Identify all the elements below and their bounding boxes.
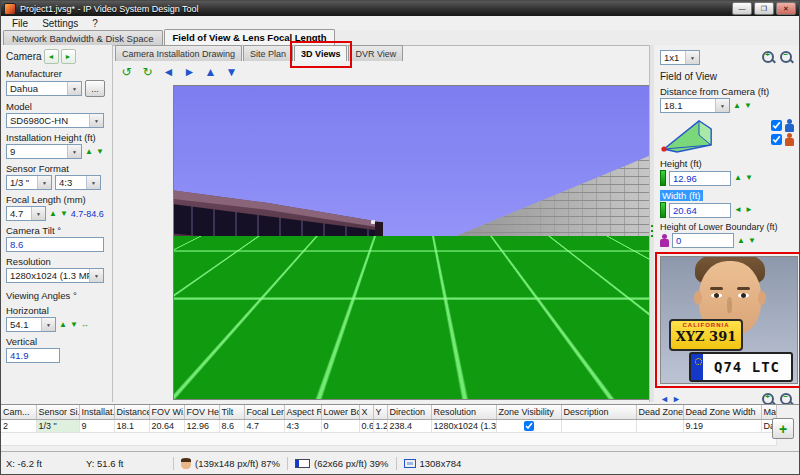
column-header[interactable]: Y — [373, 405, 387, 420]
cell-y[interactable]: 1.2 — [373, 420, 387, 433]
cell-description[interactable] — [561, 420, 636, 433]
column-header[interactable]: Dead Zone — [636, 405, 683, 420]
camera-preview-image[interactable]: CALIFORNIA XYZ 391 Q74 LTC — [660, 256, 798, 384]
lower-boundary-increase-icon[interactable]: ▲ — [737, 237, 745, 245]
tab-network-bandwidth[interactable]: Network Bandwidth & Disk Space — [3, 30, 163, 45]
cell-sensor-size[interactable]: 1/3 " — [36, 420, 79, 433]
chevron-down-icon[interactable]: ▼ — [89, 114, 103, 127]
prev-camera-button[interactable]: ◄ — [44, 49, 59, 64]
tab-site-plan[interactable]: Site Plan — [243, 45, 293, 61]
cell-installation[interactable]: 9 — [79, 420, 114, 433]
cell-fov-height[interactable]: 12.96 — [184, 420, 219, 433]
pan-left-icon[interactable]: ◄ — [159, 63, 178, 82]
fov-width-wider-icon[interactable]: ◄ — [734, 206, 742, 214]
cell-x[interactable]: 0.6 — [359, 420, 373, 433]
cell-distance[interactable]: 18.1 — [114, 420, 149, 433]
menu-help[interactable]: ? — [85, 18, 105, 29]
fov-width-narrower-icon[interactable]: ► — [745, 206, 753, 214]
menu-settings[interactable]: Settings — [35, 18, 85, 29]
cell-aspect-ratio[interactable]: 4:3 — [284, 420, 321, 433]
column-header[interactable]: Focal Len... — [244, 405, 284, 420]
cell-direction[interactable]: 238.4 — [387, 420, 431, 433]
column-header[interactable]: Installat... — [79, 405, 114, 420]
3d-viewport[interactable]: 2 — [173, 85, 650, 400]
column-header[interactable]: Distance — [114, 405, 149, 420]
pan-up-icon[interactable]: ▲ — [201, 63, 220, 82]
lower-boundary-field[interactable]: 0 — [672, 233, 734, 248]
cell-tilt[interactable]: 8.6 — [219, 420, 244, 433]
fov-width-field[interactable]: 20.64 — [669, 203, 731, 218]
cell-dead-zone-width[interactable]: 9.19 — [683, 420, 761, 433]
column-header[interactable]: Aspect Ra... — [284, 405, 321, 420]
next-camera-button[interactable]: ► — [61, 49, 76, 64]
column-header[interactable]: Zone Visibility — [496, 405, 561, 420]
vertical-angle-field[interactable]: 41.9 — [6, 348, 60, 363]
column-header[interactable]: Dead Zone Width — [683, 405, 761, 420]
table-row[interactable]: 2 1/3 " 9 18.1 20.64 12.96 8.6 4.7 4:3 0… — [1, 420, 776, 433]
cell-fov-width[interactable]: 20.64 — [149, 420, 184, 433]
preview-next-icon[interactable]: ► — [672, 395, 681, 404]
height-decrease-icon[interactable]: ▼ — [96, 148, 104, 156]
column-header[interactable]: Cam... — [1, 405, 36, 420]
tab-camera-installation-drawing[interactable]: Camera Installation Drawing — [115, 45, 242, 61]
column-header[interactable]: Lower Bou... — [321, 405, 359, 420]
add-camera-button[interactable]: + — [772, 418, 794, 439]
show-blue-person-checkbox[interactable] — [771, 120, 782, 131]
cell-resolution[interactable]: 1280x1024 (1.3 MP) — [431, 420, 496, 433]
angle-link-icon[interactable]: ↔ — [81, 321, 89, 329]
horizontal-angle-select[interactable]: 54.1 ▼ — [6, 317, 56, 332]
manufacturer-more-button[interactable]: ... — [85, 80, 105, 97]
maximize-button[interactable]: ❐ — [754, 2, 774, 15]
column-header[interactable]: Description — [561, 405, 636, 420]
resolution-select[interactable]: 1280x1024 (1.3 MP) ▼ — [6, 268, 104, 283]
rotate-left-icon[interactable]: ↺ — [117, 63, 136, 82]
chevron-down-icon[interactable]: ▼ — [89, 269, 103, 282]
pan-right-icon[interactable]: ► — [180, 63, 199, 82]
preview-prev-icon[interactable]: ◄ — [660, 395, 669, 404]
angle-increase-icon[interactable]: ▲ — [59, 321, 67, 329]
column-header[interactable]: Direction — [387, 405, 431, 420]
chevron-down-icon[interactable]: ▼ — [67, 82, 81, 95]
tab-3d-views[interactable]: 3D Views — [294, 45, 347, 61]
focal-decrease-icon[interactable]: ▼ — [60, 210, 68, 218]
tab-field-of-view[interactable]: Field of View & Lens Focal Length — [164, 29, 336, 45]
menu-file[interactable]: File — [5, 18, 35, 29]
aspect-ratio-select[interactable]: 4:3 ▼ — [55, 175, 101, 190]
fov-height-decrease-icon[interactable]: ▼ — [745, 174, 753, 182]
tab-dvr-view[interactable]: DVR View — [348, 45, 403, 61]
installation-height-select[interactable]: 9 ▼ — [6, 144, 82, 159]
fov-height-increase-icon[interactable]: ▲ — [734, 174, 742, 182]
chevron-down-icon[interactable]: ▼ — [86, 176, 100, 189]
pan-down-icon[interactable]: ▼ — [222, 63, 241, 82]
distance-select[interactable]: 18.1 ▼ — [660, 98, 730, 113]
sensor-format-select[interactable]: 1/3 " ▼ — [6, 175, 52, 190]
cell-dead-zone[interactable] — [636, 420, 683, 433]
column-header[interactable]: Resolution — [431, 405, 496, 420]
focal-increase-icon[interactable]: ▲ — [49, 210, 57, 218]
chevron-down-icon[interactable]: ▼ — [67, 145, 81, 158]
focal-length-select[interactable]: 4.7 ▼ — [6, 206, 46, 221]
manufacturer-select[interactable]: Dahua ▼ — [6, 81, 82, 96]
height-increase-icon[interactable]: ▲ — [85, 148, 93, 156]
chevron-down-icon[interactable]: ▼ — [41, 318, 55, 331]
column-header[interactable]: Sensor Si... — [36, 405, 79, 420]
chevron-down-icon[interactable]: ▼ — [37, 176, 51, 189]
cell-camera[interactable]: 2 — [1, 420, 36, 433]
lower-boundary-decrease-icon[interactable]: ▼ — [748, 237, 756, 245]
angle-decrease-icon[interactable]: ▼ — [70, 321, 78, 329]
chevron-down-icon[interactable]: ▼ — [685, 51, 699, 64]
minimize-button[interactable]: — — [732, 2, 752, 15]
zoom-out-icon[interactable]: − — [779, 50, 794, 65]
column-header[interactable]: FOV Wi... — [149, 405, 184, 420]
distance-decrease-icon[interactable]: ▼ — [744, 102, 752, 110]
chevron-down-icon[interactable]: ▼ — [31, 207, 45, 220]
rotate-right-icon[interactable]: ↻ — [138, 63, 157, 82]
column-header[interactable]: FOV Heig... — [184, 405, 219, 420]
show-red-person-checkbox[interactable] — [771, 134, 782, 145]
model-select[interactable]: SD6980C-HN ▼ — [6, 113, 104, 128]
camera-tilt-field[interactable]: 8.6 — [6, 237, 104, 252]
fov-height-field[interactable]: 12.96 — [669, 171, 731, 186]
column-header[interactable]: X — [359, 405, 373, 420]
cell-focal-length[interactable]: 4.7 — [244, 420, 284, 433]
zoom-in-icon[interactable]: + — [761, 50, 776, 65]
